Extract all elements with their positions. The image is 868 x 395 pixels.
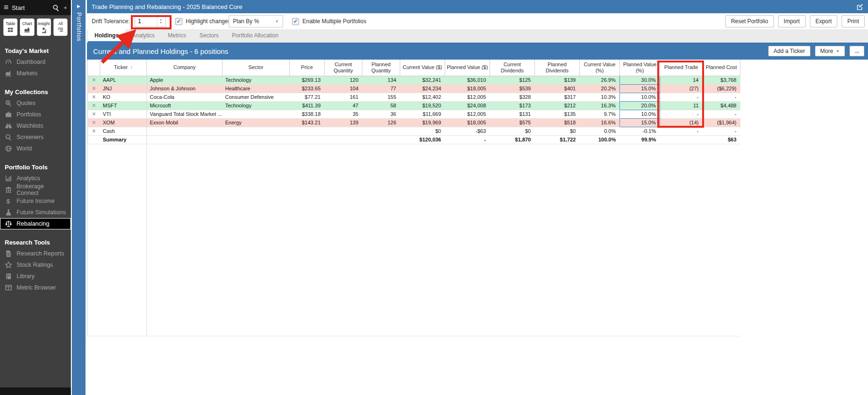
sidebar-item-world[interactable]: World xyxy=(0,143,71,154)
sidebar-item-research-reports[interactable]: Research Reports xyxy=(0,248,71,259)
remove-row-icon[interactable]: × xyxy=(92,77,95,83)
sidebar-item-screeners[interactable]: Screeners xyxy=(0,132,71,143)
tab-analytics[interactable]: Analytics xyxy=(125,29,161,43)
column-header-planned-value[interactable]: Planned Value ($) xyxy=(445,60,490,76)
cell-trade: - xyxy=(660,110,703,118)
cell-cur-qty: 120 xyxy=(325,76,362,84)
sidebar-item-label: Watchlists xyxy=(17,123,43,129)
grid-empty-area xyxy=(87,144,740,336)
column-header-planned-cost[interactable]: Planned Cost xyxy=(703,60,740,76)
start-menu-label[interactable]: Start xyxy=(12,4,49,11)
column-header-current-value[interactable]: Current Value ($) xyxy=(400,60,445,76)
column-header-label: Sector xyxy=(249,64,264,70)
cell-cur-div: $173 xyxy=(490,101,535,110)
table-row-jnj: ×JNJJohnson & JohnsonHealthcare$233.6510… xyxy=(88,84,740,93)
cell-cur-pct: 16.3% xyxy=(580,101,620,110)
cell-plan-pct[interactable]: 10.0% xyxy=(620,110,660,118)
column-header-planned-value[interactable]: Planned Value (%) xyxy=(620,60,660,76)
cell-plan-pct[interactable]: 20.0% xyxy=(620,101,660,110)
export-button[interactable]: Export xyxy=(810,15,838,27)
tab-metrics[interactable]: Metrics xyxy=(161,29,193,43)
column-header-price[interactable]: Price xyxy=(290,60,325,76)
column-header-sector[interactable]: Sector xyxy=(223,60,290,76)
column-header-current-value[interactable]: Current Value (%) xyxy=(580,60,620,76)
tab-holdings[interactable]: Holdings xyxy=(88,29,125,43)
tab-portfolio-allocation[interactable]: Portfolio Allocation xyxy=(225,29,285,43)
sidebar-section-title: Research Tools xyxy=(0,229,71,248)
cell-ticker: XOM xyxy=(100,118,147,127)
column-header-planned-trade[interactable]: Planned Trade xyxy=(660,60,703,76)
cell-ticker: Summary xyxy=(100,135,147,144)
remove-row-icon[interactable]: × xyxy=(92,85,95,92)
portfolios-strip-label: Portfolios xyxy=(76,12,82,42)
briefcase-icon xyxy=(5,111,12,118)
remove-row-icon[interactable]: × xyxy=(92,119,95,126)
quick-button-all[interactable]: All xyxy=(53,18,68,36)
column-header-planned-dividends[interactable]: Planned Dividends xyxy=(535,60,580,76)
cell-sector xyxy=(223,110,290,118)
drift-tolerance-input[interactable] xyxy=(135,18,157,25)
cell-plan-pct[interactable]: 30.0% xyxy=(620,76,660,84)
sidebar-item-analytics[interactable]: Analytics xyxy=(0,173,71,184)
quick-button-table[interactable]: Table xyxy=(3,18,17,36)
sidebar-item-markets[interactable]: Markets xyxy=(0,68,71,79)
cell-price: $338.18 xyxy=(290,110,325,118)
sidebar-item-watchlists[interactable]: Watchlists xyxy=(0,120,71,132)
sidebar-item-metric-browser[interactable]: Metric Browser xyxy=(0,282,71,293)
hamburger-icon[interactable]: ≡ xyxy=(4,3,9,12)
stepper-up-icon[interactable]: ▲ xyxy=(160,18,163,21)
portfolios-strip[interactable]: ▶ Portfolios xyxy=(72,0,86,395)
header-row: Ticker↑CompanySectorPriceCurrent Quantit… xyxy=(88,60,740,76)
cell-price: $411.39 xyxy=(290,101,325,110)
column-header-ticker[interactable]: Ticker↑ xyxy=(100,60,147,76)
more-button[interactable]: More ▼ xyxy=(815,46,845,56)
cell-cost: ($6,229) xyxy=(703,84,740,93)
remove-row-icon[interactable]: × xyxy=(92,94,95,100)
search-icon[interactable] xyxy=(52,4,60,11)
resize-columns-button[interactable]: ↔ xyxy=(850,46,864,56)
edit-icon[interactable] xyxy=(856,3,863,10)
sidebar-item-future-income[interactable]: $Future Income xyxy=(0,195,71,207)
import-button[interactable]: Import xyxy=(778,15,806,27)
reset-portfolio-button[interactable]: Reset Portfolio xyxy=(725,15,774,27)
column-header-current-dividends[interactable]: Current Dividends xyxy=(490,60,535,76)
sidebar-item-stock-ratings[interactable]: Stock Ratings xyxy=(0,259,71,271)
plan-by-select[interactable]: Plan By % ▼ xyxy=(229,15,283,27)
cell-x: × xyxy=(88,110,100,118)
sidebar-item-dashboard[interactable]: Dashboard xyxy=(0,56,71,68)
sidebar-item-rebalancing[interactable]: Rebalancing xyxy=(0,218,71,229)
cell-company: Exxon Mobil xyxy=(147,118,223,127)
stepper-down-icon[interactable]: ▼ xyxy=(160,21,163,25)
cell-plan-pct[interactable]: 15.0% xyxy=(620,118,660,127)
sidebar-item-library[interactable]: Library xyxy=(0,271,71,282)
sidebar-header: ≡ Start ◄ xyxy=(0,0,71,15)
remove-row-icon[interactable]: × xyxy=(92,128,95,134)
column-header-label: Current Quantity xyxy=(334,61,353,73)
sidebar-item-brokerage-connect[interactable]: Brokerage Connect xyxy=(0,184,71,195)
drift-tolerance-stepper[interactable]: ▲ ▼ xyxy=(157,16,164,26)
cell-sector xyxy=(223,135,290,144)
collapse-left-icon[interactable]: ◄ xyxy=(63,5,67,10)
cell-x: × xyxy=(88,101,100,110)
add-ticker-button[interactable]: Add a Ticker xyxy=(768,46,810,56)
print-button[interactable]: Print xyxy=(842,15,865,27)
multiple-portfolios-checkbox[interactable]: ✓ xyxy=(292,18,299,25)
tab-sectors[interactable]: Sectors xyxy=(193,29,225,43)
cell-plan-pct[interactable]: 15.0% xyxy=(620,84,660,93)
quick-button-chart[interactable]: Chart xyxy=(20,18,34,36)
sidebar-item-portfolios[interactable]: Portfolios xyxy=(0,109,71,120)
cell-cur-div: $1,870 xyxy=(490,135,535,144)
sidebar-item-quotes[interactable]: $Quotes xyxy=(0,97,71,109)
sidebar-item-future-simulations[interactable]: Future Simulations xyxy=(0,207,71,218)
column-header-company[interactable]: Company xyxy=(147,60,223,76)
quick-button-label: Chart xyxy=(22,21,32,26)
cell-plan-qty: 58 xyxy=(362,101,400,110)
quick-button-insight[interactable]: Insight xyxy=(37,18,51,36)
column-header-planned-quantity[interactable]: Planned Quantity xyxy=(362,60,400,76)
remove-row-icon[interactable]: × xyxy=(92,102,95,109)
cell-plan-pct[interactable]: 10.0% xyxy=(620,93,660,101)
highlight-changes-checkbox[interactable]: ✓ xyxy=(175,18,182,25)
expand-right-icon[interactable]: ▶ xyxy=(77,4,80,9)
column-header-current-quantity[interactable]: Current Quantity xyxy=(325,60,362,76)
remove-row-icon[interactable]: × xyxy=(92,111,95,117)
